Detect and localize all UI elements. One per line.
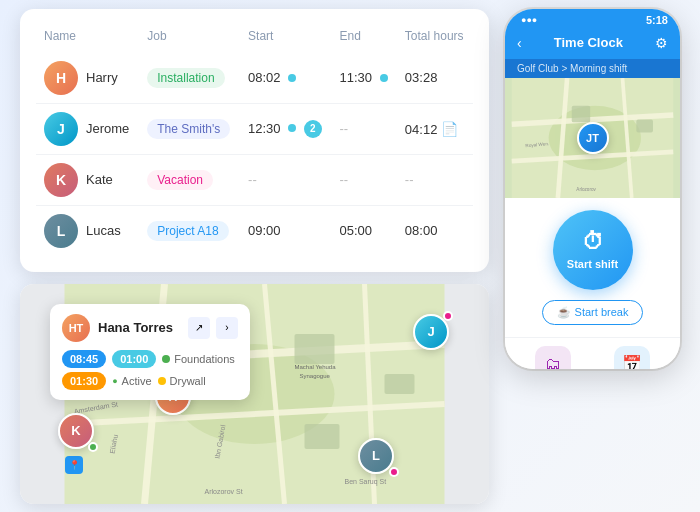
end-time: 11:30	[340, 70, 373, 85]
status-dot-green	[162, 355, 170, 363]
popup-header: HT Hana Torres ↗ ›	[62, 314, 238, 342]
phone-map: Royal Wen. Arlozorov JT	[505, 78, 680, 198]
start-time: 12:30	[248, 120, 281, 135]
employee-name-cell: H Harry	[44, 61, 131, 95]
svg-text:Arlozorov St: Arlozorov St	[205, 488, 243, 495]
table-row: K Kate Vacation -- -- --	[36, 154, 473, 205]
popup-avatar: HT	[62, 314, 90, 342]
popup-actions: ↗ ›	[188, 317, 238, 339]
avatar: L	[44, 214, 78, 248]
start-time: --	[248, 172, 257, 187]
phone-status-bar: ●●● 5:18	[505, 9, 680, 31]
popup-times: 08:45 01:00 Foundations	[62, 350, 238, 368]
avatar: H	[44, 61, 78, 95]
employee-name: Jerome	[86, 121, 129, 136]
map-avatar-2[interactable]: L	[358, 438, 394, 474]
start-shift-label: Start shift	[567, 258, 618, 270]
break-icon: ☕	[557, 306, 571, 319]
nav-item-timesheet[interactable]: 📅 My timesheet	[601, 346, 665, 369]
employee-name-cell: L Lucas	[44, 214, 131, 248]
svg-text:Machal Yehuda: Machal Yehuda	[295, 364, 337, 370]
total-hours: --	[405, 172, 414, 187]
phone-signal: ●●●	[521, 15, 537, 25]
table-row: H Harry Installation 08:02 11:30	[36, 53, 473, 104]
map-popup: HT Hana Torres ↗ › 08:45 01:00 Foundatio…	[50, 304, 250, 400]
svg-rect-27	[572, 105, 590, 122]
popup-times-2: 01:30 ● Active Drywall	[62, 372, 238, 390]
map-card: Amsterdam St Arlozorov St Ben Saruq St E…	[20, 284, 489, 504]
map-dot-green	[88, 442, 98, 452]
total-hours: 08:00	[405, 223, 438, 238]
start-time: 09:00	[248, 223, 281, 238]
phone-time: 5:18	[646, 14, 668, 26]
end-time: --	[340, 121, 349, 136]
timesheet-card: Name Job Start End Total hours H Harry	[20, 9, 489, 272]
col-header-job: Job	[139, 25, 240, 53]
file-icon[interactable]: 📄	[441, 121, 458, 137]
location-icon	[288, 74, 296, 82]
job-label-1: Foundations	[162, 350, 235, 368]
end-time: 05:00	[340, 223, 373, 238]
location-icon	[288, 124, 296, 132]
employee-name: Harry	[86, 70, 118, 85]
location-icon	[380, 74, 388, 82]
end-time: --	[340, 172, 349, 187]
col-header-name: Name	[36, 25, 139, 53]
timesheet-table: Name Job Start End Total hours H Harry	[36, 25, 473, 256]
table-row: J Jerome The Smith's 12:30 2	[36, 103, 473, 154]
phone-breadcrumb: Golf Club > Morning shift	[505, 59, 680, 78]
nav-item-requests[interactable]: 🗂 My requests	[521, 346, 585, 369]
job-badge[interactable]: Installation	[147, 68, 224, 88]
popup-nav-icon[interactable]: ›	[216, 317, 238, 339]
job-badge[interactable]: Vacation	[147, 170, 213, 190]
phone-body: ⏱ Start shift ☕ Start break	[505, 198, 680, 337]
employee-name: Lucas	[86, 223, 121, 238]
employee-name: Kate	[86, 172, 113, 187]
phone-mockup: ●●● 5:18 ‹ Time Clock ⚙ Golf Club > Morn…	[505, 9, 680, 369]
svg-text:Arlozorov: Arlozorov	[576, 186, 596, 191]
col-header-total: Total hours	[397, 25, 473, 53]
svg-rect-11	[385, 374, 415, 394]
start-break-button[interactable]: ☕ Start break	[542, 300, 644, 325]
total-hours: 04:12	[405, 122, 438, 137]
total-hours: 03:28	[405, 70, 438, 85]
phone-map-avatar: JT	[577, 122, 609, 154]
notification-badge: 2	[304, 120, 322, 138]
settings-icon[interactable]: ⚙	[655, 35, 668, 51]
time-chip-1: 08:45	[62, 350, 106, 368]
avatar: K	[44, 163, 78, 197]
employee-name-cell: K Kate	[44, 163, 131, 197]
table-row: L Lucas Project A18 09:00 05:00 08:00	[36, 205, 473, 256]
svg-text:Synagogue: Synagogue	[300, 373, 331, 379]
job-badge[interactable]: Project A18	[147, 221, 228, 241]
svg-rect-28	[636, 119, 653, 132]
time-chip-2: 01:00	[112, 350, 156, 368]
phone-title: Time Clock	[522, 35, 655, 50]
requests-icon: 🗂	[535, 346, 571, 369]
start-break-label: Start break	[575, 306, 629, 318]
job-label-active: ● Active	[112, 372, 151, 390]
phone-header: ‹ Time Clock ⚙	[505, 31, 680, 59]
start-time: 08:02	[248, 70, 281, 85]
col-header-start: Start	[240, 25, 331, 53]
employee-name-cell: J Jerome	[44, 112, 131, 146]
popup-name: Hana Torres	[98, 320, 180, 335]
map-background[interactable]: Amsterdam St Arlozorov St Ben Saruq St E…	[20, 284, 489, 504]
map-dot-pink	[389, 467, 399, 477]
svg-text:Ben Saruq St: Ben Saruq St	[345, 478, 387, 486]
popup-share-icon[interactable]: ↗	[188, 317, 210, 339]
col-header-end: End	[332, 25, 397, 53]
job-badge[interactable]: The Smith's	[147, 119, 230, 139]
status-dot-yellow	[158, 377, 166, 385]
job-label-2: Drywall	[158, 372, 206, 390]
time-chip-3: 01:30	[62, 372, 106, 390]
map-dot-pink2	[443, 311, 453, 321]
avatar: J	[44, 112, 78, 146]
svg-rect-10	[305, 424, 340, 449]
timesheet-icon: 📅	[614, 346, 650, 369]
phone-bottom-nav: 🗂 My requests 📅 My timesheet	[505, 337, 680, 369]
start-shift-button[interactable]: ⏱ Start shift	[553, 210, 633, 290]
timer-icon: ⏱	[582, 229, 604, 255]
map-icon-blue: 📍	[65, 456, 83, 474]
svg-rect-9	[295, 334, 335, 364]
